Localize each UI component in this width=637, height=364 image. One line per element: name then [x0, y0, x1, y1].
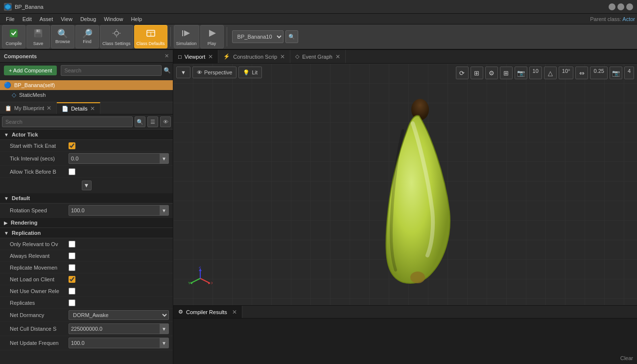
play-button[interactable]: Play — [200, 25, 224, 48]
section-rendering[interactable]: ▶ Rendering — [0, 218, 173, 228]
net-cull-arrow[interactable]: ▼ — [160, 324, 168, 334]
svg-rect-6 — [37, 30, 38, 32]
perspective-label: Perspective — [204, 69, 232, 75]
prop-net-use-owner: Net Use Owner Rele — [0, 285, 173, 297]
vp-snap-translate[interactable]: 10 — [529, 67, 542, 79]
save-button[interactable]: Save — [26, 25, 50, 48]
compiler-tab[interactable]: ⚙ Compiler Results ✕ — [173, 306, 242, 318]
vp-settings-btn[interactable]: ⚙ — [485, 67, 498, 79]
event-graph-tab-icon: ◇ — [295, 53, 299, 60]
find-button[interactable]: 🔎 Find — [75, 25, 99, 48]
svg-text:Y: Y — [188, 281, 191, 285]
vp-orbit-btn[interactable]: ⟳ — [456, 67, 469, 79]
prop-replicate-movement: Replicate Movemen — [0, 262, 173, 273]
component-static-mesh[interactable]: ◇ StaticMesh — [0, 90, 173, 100]
event-graph-tab-close[interactable]: ✕ — [335, 53, 340, 60]
net-update-arrow[interactable]: ▼ — [160, 338, 168, 348]
lit-icon: 💡 — [243, 69, 250, 76]
net-use-owner-checkbox[interactable] — [69, 288, 75, 295]
debug-search-button[interactable]: 🔍 — [285, 30, 298, 43]
tick-interval-input[interactable] — [69, 154, 160, 163]
vp-grid-btn[interactable]: ⊞ — [500, 67, 513, 79]
svg-rect-5 — [35, 34, 41, 37]
vp-snap-scale[interactable]: 0.25 — [590, 67, 607, 79]
tab-event-graph[interactable]: ◇ Event Graph ✕ — [290, 50, 346, 63]
tick-interval-label: Tick Interval (secs) — [10, 156, 69, 161]
parent-class-link[interactable]: Actor — [622, 16, 635, 22]
rotation-speed-input[interactable] — [69, 205, 160, 215]
vp-camera-btn[interactable]: 📷 — [515, 67, 527, 79]
compile-icon — [8, 28, 19, 40]
viewport-tab-label: Viewport — [185, 54, 206, 60]
rotation-speed-arrow[interactable]: ▼ — [160, 205, 168, 215]
add-component-button[interactable]: + Add Component — [4, 66, 57, 75]
viewport-perspective-btn[interactable]: ▼ — [176, 67, 190, 78]
vp-maximize-btn[interactable]: ⊞ — [471, 67, 483, 79]
section-replication[interactable]: ▼ Replication — [0, 228, 173, 238]
viewport-tab-bar: □ Viewport ✕ ⚡ Construction Scrip ✕ ◇ Ev… — [173, 50, 637, 64]
vp-camera-speed[interactable]: 4 — [624, 67, 634, 79]
tab-construction-scrip[interactable]: ⚡ Construction Scrip ✕ — [218, 50, 290, 63]
viewport-right-toolbar: ⟳ ⊞ ⚙ ⊞ 📷 10 △ 10° ⇔ 0.25 📷 4 — [456, 67, 634, 79]
net-dormancy-dropdown[interactable]: DORM_Awake DORM_Initial DORM_DormantAll — [69, 310, 169, 320]
simulation-button[interactable]: Simulation — [174, 25, 199, 48]
details-search-input[interactable] — [2, 116, 133, 127]
component-bp-label: BP_Banana(self) — [14, 82, 55, 88]
details-eye-btn[interactable]: 👁 — [160, 116, 171, 127]
viewport[interactable]: ▼ 👁 Perspective 💡 Lit ⟳ ⊞ ⚙ ⊞ 📷 10 — [173, 64, 637, 305]
component-bp-banana[interactable]: 🔵 BP_Banana(self) — [0, 80, 173, 90]
section-default[interactable]: ▼ Default — [0, 193, 173, 204]
maximize-button[interactable] — [617, 3, 624, 10]
vp-snap-rotate[interactable]: 10° — [559, 67, 574, 79]
construction-tab-close[interactable]: ✕ — [280, 53, 285, 60]
menu-help[interactable]: Help — [127, 14, 146, 24]
start-with-tick-checkbox[interactable] — [69, 142, 75, 149]
components-close-button[interactable]: ✕ — [165, 53, 169, 59]
panel-tabs: 📋 My Blueprint ✕ 📄 Details ✕ — [0, 102, 173, 114]
class-settings-button[interactable]: Class Settings — [100, 25, 133, 48]
always-relevant-checkbox[interactable] — [69, 252, 75, 259]
viewport-lit-btn[interactable]: 💡 Lit — [238, 67, 262, 78]
component-mesh-label: StaticMesh — [19, 92, 46, 98]
viewport-perspective-label-btn[interactable]: 👁 Perspective — [192, 67, 236, 78]
perspective-eye-icon: 👁 — [197, 69, 202, 75]
net-cull-input[interactable] — [69, 324, 160, 334]
prop-tick-interval: Tick Interval (secs) ▼ — [0, 152, 173, 166]
menu-file[interactable]: File — [2, 14, 19, 24]
net-update-input[interactable] — [69, 338, 160, 348]
details-filter-btn[interactable]: ☰ — [147, 116, 158, 127]
tab-my-blueprint[interactable]: 📋 My Blueprint ✕ — [0, 102, 57, 114]
viewport-tab-close[interactable]: ✕ — [208, 53, 213, 60]
replicates-checkbox[interactable] — [69, 299, 75, 306]
play-icon — [207, 28, 217, 40]
clear-button[interactable]: Clear — [620, 355, 633, 361]
details-search-icon-btn[interactable]: 🔍 — [135, 116, 145, 127]
tick-interval-value: ▼ — [69, 153, 169, 164]
expand-button[interactable]: ▼ — [82, 181, 92, 190]
only-relevant-checkbox[interactable] — [69, 241, 75, 248]
close-button[interactable] — [626, 3, 633, 10]
menu-asset[interactable]: Asset — [36, 14, 57, 24]
section-actor-tick[interactable]: ▼ Actor Tick — [0, 130, 173, 140]
prop-net-dormancy: Net Dormancy DORM_Awake DORM_Initial DOR… — [0, 309, 173, 322]
menu-window[interactable]: Window — [100, 14, 127, 24]
compile-button[interactable]: Compile — [2, 25, 25, 48]
class-defaults-button[interactable]: Class Defaults — [134, 25, 167, 48]
tick-interval-arrow[interactable]: ▼ — [160, 154, 168, 163]
tab-my-blueprint-close[interactable]: ✕ — [47, 105, 51, 112]
tab-viewport[interactable]: □ Viewport ✕ — [173, 50, 218, 63]
event-graph-tab-label: Event Graph — [302, 54, 332, 60]
browse-button[interactable]: 🔍 Browse — [51, 25, 74, 48]
minimize-button[interactable] — [609, 3, 615, 10]
compiler-tab-close[interactable]: ✕ — [232, 309, 237, 316]
replicate-movement-checkbox[interactable] — [69, 264, 75, 271]
tab-details[interactable]: 📄 Details ✕ — [57, 102, 100, 114]
component-search-input[interactable] — [61, 65, 162, 76]
menu-debug[interactable]: Debug — [76, 14, 100, 24]
net-load-checkbox[interactable] — [69, 276, 75, 283]
menu-view[interactable]: View — [57, 14, 76, 24]
tab-details-close[interactable]: ✕ — [90, 105, 95, 112]
menu-edit[interactable]: Edit — [19, 14, 36, 24]
debug-dropdown[interactable]: BP_Banana10 — [232, 30, 283, 43]
allow-tick-checkbox[interactable] — [69, 168, 75, 175]
